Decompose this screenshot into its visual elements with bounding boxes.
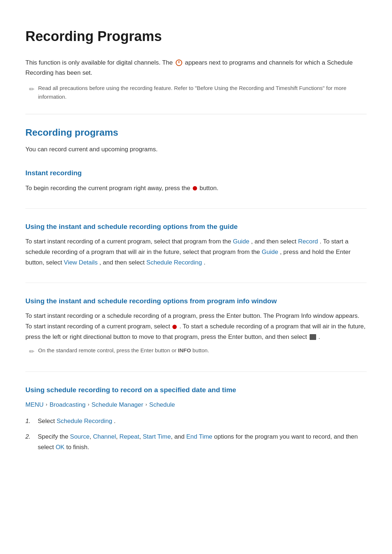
step-2-number: 2.	[25, 432, 33, 442]
step-1-number: 1.	[25, 416, 33, 427]
breadcrumb-sep-3: ›	[146, 401, 147, 409]
red-dot-icon	[193, 186, 197, 190]
start-time-link[interactable]: Start Time	[143, 433, 171, 440]
subsection-instant-recording: Instant recording To begin recording the…	[25, 168, 367, 208]
instant-recording-body: To begin recording the current program r…	[25, 183, 367, 194]
program-info-title: Using the instant and schedule recording…	[25, 296, 367, 307]
schedule-icon	[310, 334, 316, 340]
step-2-text: Specify the Source, Channel, Repeat, Sta…	[38, 432, 367, 453]
guide-text-5: , and then select	[99, 259, 146, 266]
guide-options-body: To start instant recording of a current …	[25, 237, 367, 268]
step-1-text: Select Schedule Recording .	[38, 416, 116, 427]
pencil-icon-2: ✏	[29, 346, 34, 357]
repeat-link[interactable]: Repeat	[119, 433, 139, 440]
page-title: Recording Programs	[25, 25, 367, 48]
instant-recording-text-end: button.	[200, 185, 219, 192]
schedule-recording-link-2[interactable]: Schedule Recording	[57, 418, 112, 424]
info-badge: INFO	[178, 347, 191, 353]
view-details-link[interactable]: View Details	[64, 259, 98, 266]
guide-link-2[interactable]: Guide	[262, 249, 278, 255]
breadcrumb-schedule-manager[interactable]: Schedule Manager	[91, 400, 143, 410]
pencil-icon: ✏	[29, 84, 34, 95]
subsection-schedule-date-time: Using schedule recording to record on a …	[25, 385, 367, 453]
source-link[interactable]: Source	[70, 433, 90, 440]
red-dot-icon-2	[172, 325, 177, 329]
subsection-guide-options: Using the instant and schedule recording…	[25, 221, 367, 283]
guide-link-1[interactable]: Guide	[233, 238, 249, 245]
program-info-note: ✏ On the standard remote control, press …	[29, 346, 367, 357]
step-2: 2. Specify the Source, Channel, Repeat, …	[25, 432, 367, 453]
breadcrumb-sep-1: ›	[46, 401, 47, 409]
instant-recording-text: To begin recording the current program r…	[25, 185, 190, 192]
channel-link[interactable]: Channel	[93, 433, 116, 440]
intro-paragraph: This function is only available for digi…	[25, 58, 367, 78]
schedule-recording-link-1[interactable]: Schedule Recording	[146, 259, 202, 266]
record-link[interactable]: Record	[298, 238, 318, 245]
clock-icon	[176, 59, 182, 66]
schedule-date-time-title: Using schedule recording to record on a …	[25, 385, 367, 395]
instant-recording-title: Instant recording	[25, 168, 367, 178]
program-info-note-text: On the standard remote control, press th…	[38, 346, 209, 355]
guide-text-2: , and then select	[251, 238, 298, 245]
section-recording-programs-subtitle: You can record current and upcoming prog…	[25, 144, 367, 155]
section-recording-programs-title: Recording programs	[25, 125, 367, 140]
guide-options-title: Using the instant and schedule recording…	[25, 221, 367, 232]
steps-list: 1. Select Schedule Recording . 2. Specif…	[25, 416, 367, 453]
program-info-body: To start instant recording or a schedule…	[25, 311, 367, 342]
end-time-link[interactable]: End Time	[186, 433, 212, 440]
ok-link[interactable]: OK	[56, 444, 65, 451]
program-info-text-3: .	[318, 333, 320, 340]
subsection-program-info-window: Using the instant and schedule recording…	[25, 296, 367, 372]
step-1: 1. Select Schedule Recording .	[25, 416, 367, 427]
intro-note-text: Read all precautions before using the re…	[38, 84, 367, 101]
guide-text-6: .	[204, 259, 205, 266]
breadcrumb-sep-2: ›	[88, 401, 89, 409]
breadcrumb-broadcasting[interactable]: Broadcasting	[49, 400, 85, 410]
breadcrumb-menu[interactable]: MENU	[25, 400, 44, 410]
breadcrumb-schedule[interactable]: Schedule	[149, 400, 175, 410]
divider-1	[25, 114, 367, 114]
guide-text-1: To start instant recording of a current …	[25, 238, 233, 245]
intro-text-1: This function is only available for digi…	[25, 59, 173, 66]
intro-note: ✏ Read all precautions before using the …	[29, 84, 367, 101]
breadcrumb-nav: MENU › Broadcasting › Schedule Manager ›…	[25, 400, 367, 410]
